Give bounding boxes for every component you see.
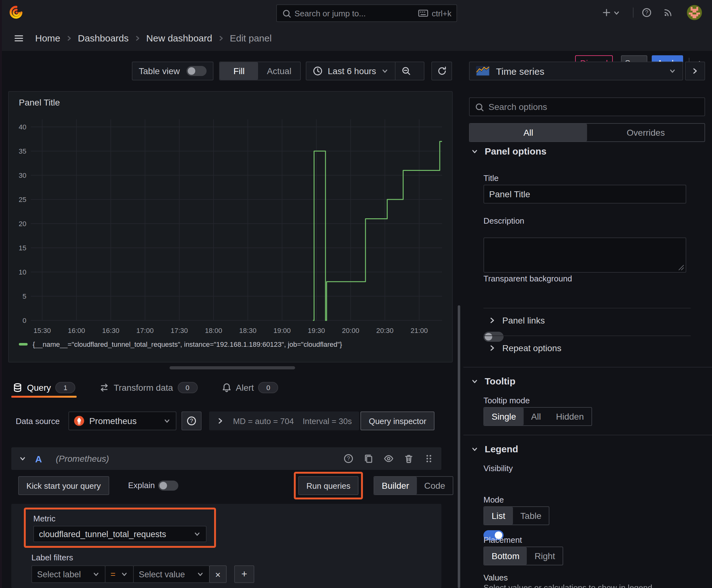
tooltip-all[interactable]: All <box>524 408 548 425</box>
time-range-picker[interactable]: Last 6 hours <box>306 62 395 80</box>
section-tooltip[interactable]: Tooltip <box>471 376 516 386</box>
tab-query[interactable]: Query 1 <box>11 382 77 393</box>
toggle-visibility-icon[interactable] <box>384 454 394 464</box>
add-new-button[interactable] <box>602 7 620 18</box>
title-label: Title <box>483 173 498 183</box>
operator-dropdown[interactable]: = <box>105 565 134 583</box>
kickstart-button[interactable]: Kick start your query <box>18 476 109 495</box>
help-circle-icon: ? <box>187 416 196 426</box>
placement-right[interactable]: Right <box>527 547 563 565</box>
delete-query-icon[interactable] <box>404 454 414 464</box>
tab-alert[interactable]: Alert 0 <box>220 382 280 393</box>
options-search[interactable]: Search options <box>469 97 705 116</box>
chevron-down-icon <box>471 147 478 155</box>
drag-handle-icon[interactable] <box>424 454 434 464</box>
divider <box>483 308 691 309</box>
table-view-toggle[interactable] <box>187 66 207 76</box>
global-search-input[interactable]: Search or jump to... ctrl+k <box>276 4 457 22</box>
query-help-icon[interactable]: ? <box>343 454 353 464</box>
panel-links-collapse[interactable]: Panel links <box>489 315 545 326</box>
repeat-options-collapse[interactable]: Repeat options <box>489 343 561 353</box>
table-view-label: Table view <box>139 66 180 76</box>
chevron-down-icon <box>121 570 128 578</box>
refresh-button[interactable] <box>431 62 452 80</box>
metric-highlight: Metric cloudflared_tunnel_total_requests <box>24 508 216 548</box>
actual-option[interactable]: Actual <box>258 62 300 80</box>
help-button[interactable]: ? <box>642 7 652 18</box>
transparent-bg-toggle[interactable] <box>483 332 503 342</box>
run-queries-button[interactable]: Run queries <box>298 476 359 495</box>
timeseries-viz-icon <box>476 66 490 76</box>
datasource-picker[interactable]: Prometheus <box>68 412 176 430</box>
select-label-dropdown[interactable]: Select label <box>31 565 106 583</box>
menu-icon[interactable] <box>14 33 24 43</box>
description-textarea[interactable] <box>483 237 686 273</box>
collapse-options-button[interactable] <box>685 62 705 80</box>
svg-text:19:00: 19:00 <box>274 327 291 335</box>
description-label: Description <box>483 216 524 226</box>
chevron-down-icon <box>163 417 171 425</box>
breadcrumb-edit-panel: Edit panel <box>230 33 272 43</box>
tooltip-mode-label: Tooltip mode <box>483 396 530 405</box>
timeseries-chart[interactable]: 051015202530354015:3016:0016:3017:0017:3… <box>9 114 453 335</box>
help-circle-icon: ? <box>642 7 652 18</box>
legend-item[interactable]: {__name__="cloudflared_tunnel_total_requ… <box>19 340 342 348</box>
fill-option[interactable]: Fill <box>220 62 258 80</box>
builder-option[interactable]: Builder <box>374 477 416 495</box>
tooltip-mode-switch: Single All Hidden <box>483 407 592 426</box>
section-border <box>463 435 712 435</box>
chevron-down-icon <box>193 530 201 538</box>
alert-count-badge: 0 <box>258 382 278 393</box>
collapse-query-icon[interactable] <box>19 455 26 462</box>
svg-text:?: ? <box>645 9 648 16</box>
chevron-down-icon <box>92 570 100 578</box>
chevron-down-icon <box>471 445 478 453</box>
query-row-header[interactable]: A (Prometheus) ? <box>11 447 441 470</box>
query-inspector-button[interactable]: Query inspector <box>361 412 435 430</box>
user-avatar[interactable] <box>687 5 702 20</box>
tab-transform[interactable]: Transform data 0 <box>98 382 199 393</box>
section-panel-options[interactable]: Panel options <box>471 146 546 156</box>
add-filter-button[interactable]: + <box>234 565 254 583</box>
legend-heading: Legend <box>485 443 518 454</box>
viz-picker[interactable]: Time series <box>469 62 683 80</box>
legend-placement-switch: Bottom Right <box>483 547 563 565</box>
grafana-edit-panel: Search or jump to... ctrl+k ? <box>0 0 712 588</box>
series-label: {__name__="cloudflared_tunnel_total_requ… <box>33 340 342 348</box>
metric-select[interactable]: cloudflared_tunnel_total_requests <box>33 526 207 542</box>
chevron-right-icon <box>217 34 225 42</box>
news-button[interactable] <box>663 7 673 18</box>
legend-mode-table[interactable]: Table <box>513 507 549 525</box>
placement-label: Placement <box>483 535 522 545</box>
legend-mode-switch: List Table <box>483 506 550 525</box>
tab-all[interactable]: All <box>470 124 587 141</box>
breadcrumb-home[interactable]: Home <box>35 33 60 43</box>
section-legend[interactable]: Legend <box>471 443 518 454</box>
label-filters-label: Label filters <box>31 553 73 562</box>
time-range-group: Last 6 hours <box>306 62 425 80</box>
chevron-right-icon <box>489 344 496 352</box>
chevron-right-icon <box>134 34 141 42</box>
pane-resize-handle[interactable] <box>170 366 295 370</box>
tooltip-single[interactable]: Single <box>484 408 524 425</box>
tab-overrides[interactable]: Overrides <box>587 124 705 141</box>
search-shortcut: ctrl+k <box>432 8 451 18</box>
breadcrumb-new-dashboard[interactable]: New dashboard <box>146 33 212 43</box>
breadcrumb-dashboards[interactable]: Dashboards <box>78 33 129 43</box>
remove-filter-button[interactable]: × <box>209 565 226 583</box>
zoom-out-button[interactable] <box>395 62 417 80</box>
expand-options-icon[interactable] <box>217 417 224 425</box>
placement-bottom[interactable]: Bottom <box>484 547 527 565</box>
explain-toggle[interactable] <box>158 481 178 491</box>
datasource-help-button[interactable]: ? <box>181 412 201 430</box>
select-value-dropdown[interactable]: Select value <box>133 565 210 583</box>
title-input[interactable] <box>483 185 686 204</box>
code-option[interactable]: Code <box>416 477 453 495</box>
duplicate-query-icon[interactable] <box>364 454 373 464</box>
content-scrollbar[interactable] <box>458 305 460 588</box>
values-description: Select values or calculations to show in… <box>483 583 652 588</box>
legend-mode-list[interactable]: List <box>484 507 513 525</box>
tooltip-hidden[interactable]: Hidden <box>548 408 591 425</box>
grafana-logo-icon[interactable] <box>9 6 23 19</box>
resize-handle-icon[interactable] <box>678 265 684 271</box>
